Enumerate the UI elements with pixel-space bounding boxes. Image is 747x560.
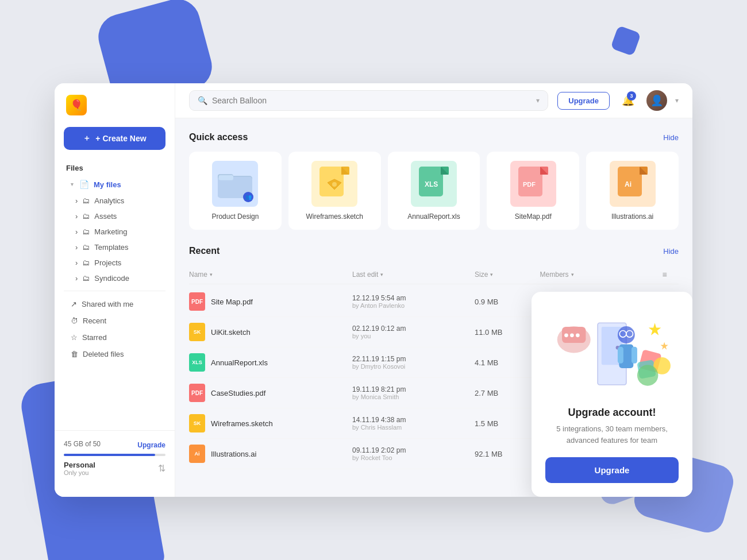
- search-input[interactable]: [212, 96, 532, 105]
- storage-upgrade-link[interactable]: Upgrade: [137, 441, 165, 449]
- storage-bar-fill: [64, 454, 155, 456]
- sidebar-item-projects[interactable]: › 🗂 Projects: [55, 255, 175, 271]
- avatar-image: 👤: [646, 90, 667, 111]
- trash-icon: 🗑: [71, 350, 78, 358]
- recent-table-header: Name ▾ Last edit ▾ Size ▾ Members ▾: [189, 265, 679, 284]
- pdf-icon-svg: PDF: [518, 167, 548, 201]
- create-new-button[interactable]: ＋ + Create New: [64, 127, 165, 150]
- size-cell: 92.1 MB: [475, 450, 540, 458]
- quick-access-item-sitemap[interactable]: PDF SiteMap.pdf: [487, 152, 579, 230]
- storage-amount: 45 GB of 50: [64, 440, 101, 448]
- my-files-label: My files: [94, 180, 121, 189]
- list-view-icon[interactable]: ≡: [663, 270, 667, 279]
- file-card-name: AnnualReport.xls: [407, 213, 460, 221]
- storage-text: 45 GB of 50: [64, 440, 101, 448]
- chevron-icon: ›: [75, 258, 78, 267]
- quick-access-item-product-design[interactable]: 👥 Product Design: [189, 152, 282, 230]
- account-info: Personal Only you ⇅: [64, 461, 165, 476]
- account-chevron-icon[interactable]: ⇅: [158, 463, 165, 474]
- search-bar[interactable]: 🔍 ▾: [189, 90, 548, 111]
- size-cell: 0.9 MB: [475, 298, 540, 306]
- clock-icon: ⏱: [71, 316, 78, 325]
- file-card-name: SiteMap.pdf: [515, 213, 552, 221]
- chevron-icon: ›: [75, 227, 78, 236]
- avatar-chevron-icon[interactable]: ▾: [675, 96, 679, 105]
- sidebar-item-marketing[interactable]: › 🗂 Marketing: [55, 224, 175, 240]
- sidebar-item-recent[interactable]: ⏱ Recent: [59, 312, 170, 329]
- folder-icon: 📄: [79, 180, 89, 189]
- svg-point-20: [576, 334, 580, 338]
- col-name[interactable]: Name ▾: [189, 270, 352, 279]
- analytics-label: Analytics: [94, 196, 124, 205]
- folder-icon: 🗂: [82, 212, 90, 221]
- svg-point-6: [332, 182, 337, 187]
- ai-thumb: Ai: [610, 161, 656, 207]
- upgrade-popup-button[interactable]: Upgrade: [545, 457, 679, 483]
- pdf-file-icon: PDF: [189, 384, 205, 402]
- ai-file-icon: Ai: [189, 445, 205, 463]
- svg-point-36: [637, 365, 658, 385]
- quick-access-hide-link[interactable]: Hide: [663, 133, 679, 142]
- storage-bar: [64, 454, 165, 456]
- sketch-file-icon: SK: [189, 414, 205, 432]
- recent-label: Recent: [83, 316, 106, 325]
- xls-thumb: XLS: [411, 161, 457, 207]
- edit-cell: 19.11.19 8:21 pm by Monica Smith: [352, 385, 475, 400]
- sidebar-item-shared[interactable]: ↗ Shared with me: [59, 296, 170, 312]
- quick-access-item-annualreport[interactable]: XLS AnnualReport.xls: [388, 152, 480, 230]
- chevron-icon: ▾: [71, 181, 74, 187]
- col-members[interactable]: Members ▾: [540, 270, 663, 279]
- upgrade-button[interactable]: Upgrade: [557, 92, 610, 110]
- avatar[interactable]: 👤: [646, 90, 667, 111]
- file-name-cell: PDF Site Map.pdf: [189, 292, 352, 311]
- logo-area: 🎈: [55, 95, 175, 127]
- edit-cell: 02.12.19 0:12 am by you: [352, 325, 475, 339]
- assets-label: Assets: [94, 212, 117, 221]
- account-sub: Only you: [64, 469, 95, 476]
- file-name-cell: XLS AnnualReport.xls: [189, 353, 352, 372]
- recent-section-header: Recent Hide: [189, 246, 679, 256]
- folder-icon: 🗂: [82, 258, 90, 267]
- sidebar-bottom: 45 GB of 50 Upgrade Personal Only you ⇅: [55, 430, 175, 485]
- deleted-label: Deleted files: [83, 350, 124, 358]
- account-name: Personal: [64, 461, 95, 469]
- svg-rect-3: [219, 175, 234, 180]
- edit-cell: 09.11.19 2:02 pm by Rocket Too: [352, 446, 475, 461]
- sort-icon: ▾: [210, 272, 213, 277]
- size-cell: 1.5 MB: [475, 419, 540, 428]
- sidebar-item-analytics[interactable]: › 🗂 Analytics: [55, 193, 175, 208]
- sort-icon: ▾: [490, 272, 493, 277]
- folder-thumb: 👥: [212, 161, 258, 207]
- ai-icon-svg: Ai: [618, 167, 648, 201]
- edit-cell: 12.12.19 5:54 am by Anton Pavlenko: [352, 294, 475, 309]
- pdf-thumb: PDF: [510, 161, 556, 207]
- edit-cell: 14.11.19 4:38 am by Chris Hasslam: [352, 416, 475, 431]
- search-chevron-icon: ▾: [536, 96, 540, 105]
- quick-access-grid: 👥 Product Design: [189, 152, 679, 230]
- header-actions: Upgrade 🔔 3 👤 ▾: [557, 90, 679, 111]
- search-icon: 🔍: [198, 96, 207, 105]
- file-card-name: Illustrations.ai: [611, 213, 653, 221]
- sidebar-item-assets[interactable]: › 🗂 Assets: [55, 208, 175, 224]
- file-name-cell: SK Wireframes.sketch: [189, 414, 352, 432]
- sidebar-item-starred[interactable]: ☆ Starred: [59, 329, 170, 346]
- xls-file-icon: XLS: [189, 353, 205, 372]
- notification-button[interactable]: 🔔 3: [618, 90, 638, 111]
- quick-access-item-illustrations[interactable]: Ai Illustrations.ai: [586, 152, 679, 230]
- sidebar-item-templates[interactable]: › 🗂 Templates: [55, 240, 175, 255]
- size-cell: 2.7 MB: [475, 389, 540, 397]
- sidebar-item-deleted[interactable]: 🗑 Deleted files: [59, 346, 170, 362]
- col-last-edit[interactable]: Last edit ▾: [352, 270, 475, 279]
- recent-title: Recent: [189, 246, 220, 256]
- col-size[interactable]: Size ▾: [475, 270, 540, 279]
- star-icon: ☆: [71, 333, 78, 342]
- projects-label: Projects: [94, 258, 121, 267]
- recent-hide-link[interactable]: Hide: [663, 247, 679, 256]
- sidebar-item-my-files[interactable]: ▾ 📄 My files: [59, 176, 170, 193]
- svg-marker-32: [661, 342, 668, 349]
- sketch-icon-svg: [319, 167, 349, 201]
- quick-access-item-wireframes[interactable]: Wireframes.sketch: [288, 152, 381, 230]
- sidebar-item-syndicode[interactable]: › 🗂 Syndicode: [55, 271, 175, 286]
- xls-icon-svg: XLS: [419, 167, 449, 201]
- size-cell: 4.1 MB: [475, 358, 540, 367]
